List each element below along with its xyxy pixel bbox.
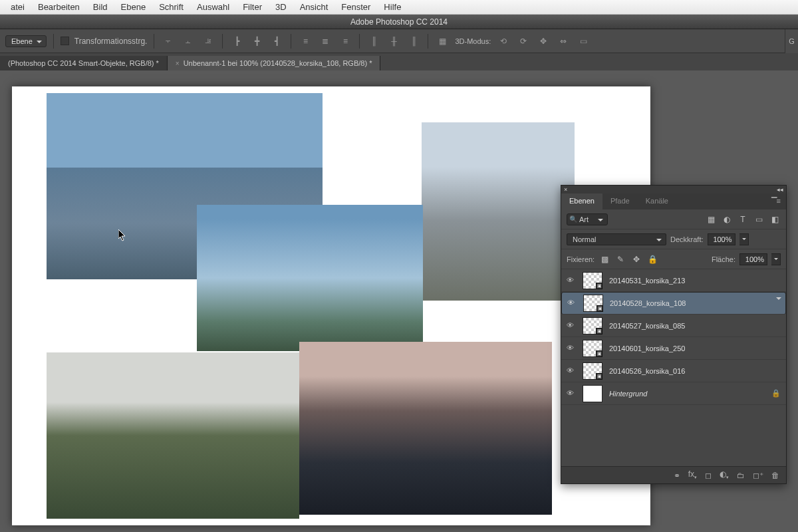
- visibility-toggle-icon[interactable]: [567, 299, 577, 308]
- transform-controls-label: Transformationsstrg.: [74, 37, 148, 46]
- filter-kind-dropdown[interactable]: Art: [567, 213, 608, 225]
- add-mask-icon[interactable]: ◻: [705, 471, 712, 480]
- menu-ansicht[interactable]: Ansicht: [293, 2, 335, 12]
- filter-pixel-icon[interactable]: ▦: [705, 213, 717, 225]
- macos-menubar[interactable]: ateiBearbeitenBildEbeneSchriftAuswahlFil…: [0, 0, 798, 15]
- lock-all-icon[interactable]: 🔒: [646, 253, 658, 265]
- menu-bild[interactable]: Bild: [86, 2, 114, 12]
- new-layer-icon[interactable]: ◻⁺: [753, 471, 763, 480]
- document-canvas[interactable]: [12, 86, 650, 525]
- distribute-bottom-icon[interactable]: ≡: [338, 34, 352, 49]
- smart-object-badge-icon: ▣: [597, 305, 603, 312]
- opacity-slider-icon[interactable]: [739, 233, 749, 245]
- fill-value[interactable]: 100%: [739, 253, 767, 265]
- visibility-toggle-icon[interactable]: [567, 321, 576, 331]
- pan-3d-icon[interactable]: ✥: [536, 34, 551, 49]
- document-tab[interactable]: ×Unbenannt-1 bei 100% (20140528_korsika_…: [168, 56, 381, 70]
- right-panel-collapsed[interactable]: G: [785, 29, 798, 53]
- close-icon[interactable]: ×: [564, 186, 567, 193]
- placed-image-3[interactable]: [197, 205, 423, 351]
- layer-thumbnail[interactable]: [583, 385, 602, 402]
- layer-name[interactable]: 20140528_korsika_108: [610, 299, 686, 307]
- layer-fx-icon[interactable]: fx▾: [688, 469, 697, 480]
- lock-pixels-icon[interactable]: ✎: [614, 253, 626, 265]
- layer-name[interactable]: Hintergrund: [609, 390, 647, 398]
- layer-row[interactable]: ▣20140528_korsika_108: [561, 292, 786, 315]
- panel-menu-icon[interactable]: ▔≡: [766, 194, 786, 209]
- close-tab-icon[interactable]: ×: [176, 60, 180, 67]
- layer-row[interactable]: ▣20140527_korsika_085: [561, 315, 786, 337]
- zoom-3d-icon[interactable]: ▭: [576, 34, 591, 49]
- new-group-icon[interactable]: 🗀: [737, 471, 745, 480]
- filter-type-icon[interactable]: T: [737, 213, 749, 225]
- collapse-icon[interactable]: ◂◂: [777, 186, 783, 193]
- menu-ebene[interactable]: Ebene: [114, 2, 153, 12]
- lock-position-icon[interactable]: ✥: [630, 253, 642, 265]
- visibility-toggle-icon[interactable]: [567, 344, 576, 353]
- menu-schrift[interactable]: Schrift: [152, 2, 190, 12]
- opacity-value[interactable]: 100%: [708, 233, 735, 245]
- smart-object-badge-icon: ▣: [596, 283, 602, 289]
- menu-filter[interactable]: Filter: [236, 2, 269, 12]
- layer-thumbnail[interactable]: ▣: [583, 362, 602, 380]
- distribute-hcenter-icon[interactable]: ╫: [386, 34, 401, 49]
- panel-tab-pfade[interactable]: Pfade: [602, 194, 638, 209]
- separator: [154, 34, 154, 49]
- distribute-vcenter-icon[interactable]: ≣: [318, 34, 332, 49]
- layer-thumbnail[interactable]: ▣: [583, 317, 602, 334]
- align-right-icon[interactable]: ┫: [269, 34, 284, 49]
- layer-name[interactable]: 20140601_korsika_250: [609, 344, 685, 352]
- align-vcenter-icon[interactable]: ⫠: [181, 34, 196, 49]
- layer-row[interactable]: ▣20140531_korsika_213: [561, 269, 786, 292]
- panel-header[interactable]: × ◂◂: [561, 186, 786, 194]
- auto-align-icon[interactable]: ▦: [435, 34, 450, 49]
- document-tab[interactable]: (Photoshop CC 2014 Smart-Objekte, RGB/8)…: [0, 56, 168, 70]
- visibility-toggle-icon[interactable]: [567, 389, 576, 398]
- distribute-right-icon[interactable]: ║: [406, 34, 421, 49]
- fill-slider-icon[interactable]: [771, 253, 781, 265]
- layer-name[interactable]: 20140531_korsika_213: [609, 277, 685, 285]
- adjustment-layer-icon[interactable]: ◐▾: [720, 469, 729, 480]
- filter-shape-icon[interactable]: ▭: [753, 213, 765, 225]
- link-layers-icon[interactable]: ⚭: [674, 471, 680, 480]
- menu-auswahl[interactable]: Auswahl: [190, 2, 236, 12]
- layer-select-dropdown[interactable]: Ebene: [5, 35, 47, 47]
- transform-controls-checkbox[interactable]: [61, 37, 69, 45]
- layer-name[interactable]: 20140526_korsika_016: [609, 367, 685, 375]
- delete-layer-icon[interactable]: 🗑: [771, 471, 779, 480]
- layer-thumbnail[interactable]: ▣: [583, 295, 603, 312]
- panel-tab-ebenen[interactable]: Ebenen: [561, 194, 602, 209]
- move-cursor-icon: [118, 229, 128, 243]
- menu-fenster[interactable]: Fenster: [334, 2, 377, 12]
- align-left-icon[interactable]: ┣: [229, 34, 244, 49]
- align-hcenter-icon[interactable]: ╋: [249, 34, 264, 49]
- layer-thumbnail[interactable]: ▣: [583, 272, 602, 289]
- distribute-left-icon[interactable]: ║: [366, 34, 381, 49]
- menu-bearbeiten[interactable]: Bearbeiten: [31, 2, 86, 12]
- layer-thumbnail[interactable]: ▣: [583, 340, 602, 357]
- layer-name[interactable]: 20140527_korsika_085: [609, 322, 685, 330]
- roll-3d-icon[interactable]: ⟳: [516, 34, 531, 49]
- orbit-3d-icon[interactable]: ⟲: [496, 34, 511, 49]
- layer-row[interactable]: ▣20140526_korsika_016: [561, 360, 786, 382]
- align-top-icon[interactable]: ⫟: [161, 34, 176, 49]
- lock-transparency-icon[interactable]: ▩: [598, 253, 610, 265]
- panel-tab-kanäle[interactable]: Kanäle: [638, 194, 676, 209]
- menu-atei[interactable]: atei: [4, 2, 31, 12]
- placed-image-2[interactable]: [422, 122, 575, 301]
- placed-image-5[interactable]: [299, 342, 552, 515]
- menu-3d[interactable]: 3D: [269, 2, 293, 12]
- align-bottom-icon[interactable]: ⫡: [201, 34, 215, 49]
- menu-hilfe[interactable]: Hilfe: [377, 2, 408, 12]
- filter-adjust-icon[interactable]: ◐: [721, 213, 733, 225]
- slide-3d-icon[interactable]: ⇔: [556, 34, 571, 49]
- layer-row[interactable]: Hintergrund🔒: [561, 382, 786, 405]
- filter-smart-icon[interactable]: ◧: [769, 213, 781, 225]
- blend-mode-dropdown[interactable]: Normal: [567, 233, 666, 245]
- layer-row[interactable]: ▣20140601_korsika_250: [561, 337, 786, 360]
- distribute-top-icon[interactable]: ≡: [298, 34, 313, 49]
- visibility-toggle-icon[interactable]: [567, 276, 576, 285]
- visibility-toggle-icon[interactable]: [567, 366, 576, 376]
- placed-image-4[interactable]: [47, 352, 299, 519]
- blend-opacity-row: Normal Deckkraft: 100%: [561, 229, 786, 249]
